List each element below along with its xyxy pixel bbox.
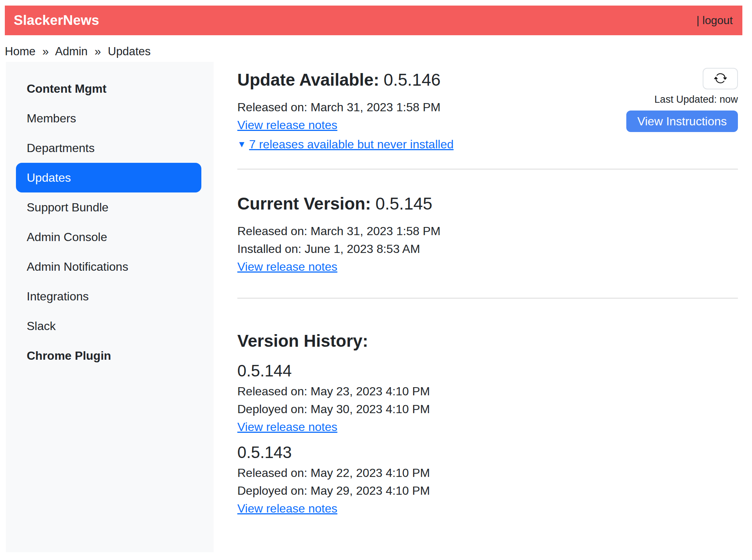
sidebar-item-departments[interactable]: Departments — [16, 133, 201, 163]
breadcrumb-separator: » — [42, 45, 49, 58]
released-on-text: Released on: May 22, 2023 4:10 PM — [237, 464, 738, 482]
version-history-heading: Version History: — [237, 330, 738, 351]
caret-down-icon: ▼ — [237, 135, 246, 153]
version-history-entry: 0.5.143 Released on: May 22, 2023 4:10 P… — [237, 441, 738, 517]
sidebar-item-chrome-plugin[interactable]: Chrome Plugin — [16, 341, 201, 370]
sidebar: Content Mgmt Members Departments Updates… — [6, 62, 214, 552]
history-version-number: 0.5.143 — [237, 441, 738, 464]
version-history-section: Version History: 0.5.144 Released on: Ma… — [237, 330, 738, 517]
view-release-notes-link[interactable]: View release notes — [237, 500, 337, 517]
history-version-number: 0.5.144 — [237, 359, 738, 382]
current-version-section: Current Version:0.5.145 Released on: Mar… — [237, 193, 738, 276]
breadcrumb: Home » Admin » Updates — [5, 45, 742, 58]
version-history-label: Version History: — [237, 331, 368, 350]
refresh-button[interactable] — [703, 68, 738, 89]
sidebar-item-slack[interactable]: Slack — [16, 311, 201, 341]
installed-on-text: Installed on: June 1, 2023 8:53 AM — [237, 240, 738, 258]
released-on-text: Released on: March 31, 2023 1:58 PM — [237, 222, 738, 240]
update-available-version: 0.5.146 — [384, 70, 441, 89]
main-content: Last Updated: now View Instructions Upda… — [214, 62, 742, 552]
sidebar-item-updates[interactable]: Updates — [16, 163, 201, 192]
version-history-entry: 0.5.144 Released on: May 23, 2023 4:10 P… — [237, 359, 738, 436]
refresh-icon — [714, 72, 727, 86]
current-version-label: Current Version: — [237, 194, 371, 213]
releases-toggle-link[interactable]: ▼7 releases available but never installe… — [237, 138, 453, 151]
section-divider — [237, 169, 738, 169]
content-row: Content Mgmt Members Departments Updates… — [6, 62, 742, 552]
view-instructions-button[interactable]: View Instructions — [626, 111, 738, 132]
current-version-heading: Current Version:0.5.145 — [237, 193, 738, 214]
sidebar-item-admin-notifications[interactable]: Admin Notifications — [16, 252, 201, 281]
section-divider — [237, 298, 738, 299]
sidebar-item-content-mgmt[interactable]: Content Mgmt — [16, 74, 201, 103]
breadcrumb-home[interactable]: Home — [5, 45, 36, 58]
deployed-on-text: Deployed on: May 30, 2023 4:10 PM — [237, 400, 738, 418]
sidebar-item-integrations[interactable]: Integrations — [16, 281, 201, 311]
page: SlackerNews | logout Home » Admin » Upda… — [0, 0, 752, 552]
released-on-text: Released on: May 23, 2023 4:10 PM — [237, 382, 738, 400]
sidebar-item-support-bundle[interactable]: Support Bundle — [16, 192, 201, 222]
view-release-notes-link[interactable]: View release notes — [237, 418, 337, 436]
releases-toggle-label: 7 releases available but never installed — [249, 138, 453, 151]
current-version-number: 0.5.145 — [375, 194, 432, 213]
sidebar-nav: Content Mgmt Members Departments Updates… — [16, 74, 201, 370]
refresh-cluster: Last Updated: now View Instructions — [626, 68, 738, 132]
breadcrumb-updates[interactable]: Updates — [108, 45, 151, 58]
breadcrumb-admin[interactable]: Admin — [55, 45, 88, 58]
deployed-on-text: Deployed on: May 29, 2023 4:10 PM — [237, 482, 738, 500]
view-release-notes-link[interactable]: View release notes — [237, 116, 337, 134]
sidebar-item-admin-console[interactable]: Admin Console — [16, 222, 201, 252]
breadcrumb-separator: » — [95, 45, 101, 58]
app-header: SlackerNews | logout — [5, 6, 742, 35]
sidebar-item-members[interactable]: Members — [16, 103, 201, 133]
view-release-notes-link[interactable]: View release notes — [237, 258, 337, 276]
last-updated-text: Last Updated: now — [626, 94, 738, 105]
update-available-label: Update Available: — [237, 70, 379, 89]
releases-toggle-line: ▼7 releases available but never installe… — [237, 135, 738, 155]
brand-title: SlackerNews — [14, 13, 99, 28]
logout-link[interactable]: | logout — [696, 14, 733, 27]
